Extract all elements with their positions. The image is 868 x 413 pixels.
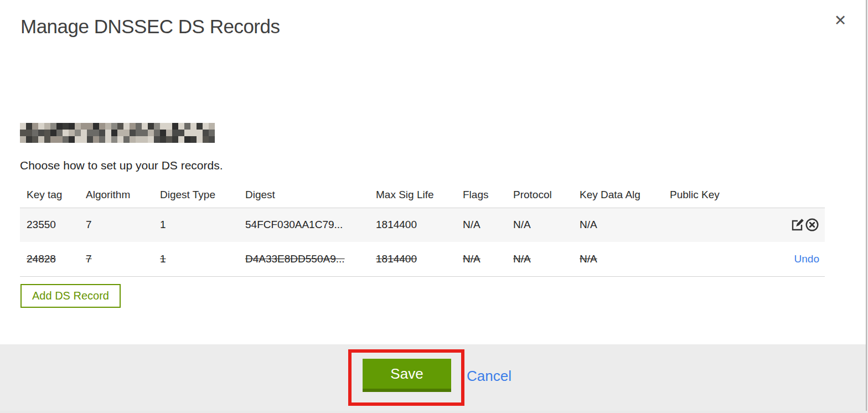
- cancel-link[interactable]: Cancel: [467, 368, 512, 385]
- col-header-max-sig-life: Max Sig Life: [376, 183, 463, 208]
- redacted-pixel: [38, 130, 44, 136]
- col-header-algorithm: Algorithm: [86, 183, 160, 208]
- cell-flags: N/A: [463, 253, 480, 265]
- ds-records-table: Key tag Algorithm Digest Type Digest Max…: [20, 183, 825, 277]
- redacted-pixel: [38, 136, 44, 143]
- col-header-protocol: Protocol: [513, 183, 580, 208]
- redacted-pixel: [111, 123, 117, 130]
- redacted-pixel: [26, 130, 32, 136]
- redacted-pixel: [75, 123, 81, 130]
- dialog-title: Manage DNSSEC DS Records: [20, 16, 280, 38]
- table-header-row: Key tag Algorithm Digest Type Digest Max…: [20, 183, 825, 208]
- redacted-pixel: [56, 130, 63, 136]
- redacted-pixel: [166, 130, 172, 136]
- redacted-pixel: [154, 123, 160, 130]
- redacted-pixel: [166, 136, 172, 143]
- redacted-pixel: [87, 136, 93, 143]
- col-header-actions: [757, 183, 825, 208]
- redacted-pixel: [50, 123, 56, 130]
- redacted-pixel: [203, 130, 209, 136]
- redacted-pixel: [178, 136, 184, 143]
- redacted-pixel: [148, 123, 154, 130]
- cell-protocol: N/A: [513, 219, 531, 230]
- redacted-pixel: [87, 123, 93, 130]
- redacted-pixel: [154, 136, 160, 143]
- redacted-pixel: [197, 136, 203, 143]
- add-ds-record-button[interactable]: Add DS Record: [20, 284, 121, 308]
- redacted-pixel: [178, 130, 184, 136]
- cell-max-sig-life: 1814400: [376, 253, 417, 265]
- col-header-digest-type: Digest Type: [160, 183, 245, 208]
- redacted-pixel: [105, 123, 111, 130]
- redacted-pixel: [203, 123, 209, 130]
- redacted-pixel: [69, 123, 75, 130]
- redacted-pixel: [209, 123, 215, 130]
- redacted-pixel: [154, 130, 160, 136]
- redacted-pixel: [142, 130, 148, 136]
- table-row: 23550 7 1 54FCF030AA1C79... 1814400 N/A …: [20, 208, 825, 242]
- redacted-pixel: [69, 130, 75, 136]
- undo-link[interactable]: Undo: [794, 253, 819, 265]
- redacted-pixel: [123, 123, 130, 130]
- redacted-pixel: [209, 136, 215, 143]
- redacted-pixel: [172, 136, 178, 143]
- redacted-pixel: [93, 130, 99, 136]
- col-header-digest: Digest: [245, 183, 376, 208]
- redacted-pixel: [50, 136, 56, 143]
- redacted-pixel: [63, 123, 69, 130]
- redacted-pixel: [184, 136, 190, 143]
- cell-key-tag: 23550: [27, 219, 56, 230]
- redacted-pixel: [117, 123, 123, 130]
- instruction-text: Choose how to set up your DS records.: [20, 159, 223, 172]
- redacted-pixel: [69, 136, 75, 143]
- redacted-pixel: [56, 136, 63, 143]
- redacted-pixel: [197, 123, 203, 130]
- redacted-pixel: [123, 136, 130, 143]
- redacted-pixel: [81, 130, 87, 136]
- redacted-pixel: [117, 130, 123, 136]
- save-button[interactable]: Save: [363, 359, 451, 392]
- close-icon[interactable]: ✕: [831, 11, 850, 30]
- cell-digest: 54FCF030AA1C79...: [245, 219, 343, 230]
- redacted-pixel: [123, 130, 130, 136]
- cell-digest-type: 1: [160, 219, 166, 230]
- cell-protocol: N/A: [513, 253, 531, 265]
- redacted-pixel: [117, 136, 123, 143]
- redacted-pixel: [172, 130, 178, 136]
- cell-key-tag: 24828: [27, 253, 56, 265]
- redacted-pixel: [20, 130, 26, 136]
- redacted-pixel: [99, 136, 105, 143]
- cell-key-data-alg: N/A: [580, 253, 597, 265]
- redacted-pixel: [44, 123, 50, 130]
- redacted-pixel: [38, 123, 44, 130]
- redacted-pixel: [50, 130, 56, 136]
- col-header-flags: Flags: [463, 183, 513, 208]
- edit-icon[interactable]: [790, 218, 805, 232]
- dialog-footer: Save Cancel: [0, 344, 866, 411]
- redacted-pixel: [136, 136, 142, 143]
- col-header-public-key: Public Key: [670, 183, 757, 208]
- redacted-pixel: [130, 130, 136, 136]
- redacted-pixel: [63, 136, 69, 143]
- redacted-pixel: [184, 130, 190, 136]
- redacted-pixel: [44, 130, 50, 136]
- redacted-pixel: [81, 136, 87, 143]
- redacted-pixel: [111, 130, 117, 136]
- redacted-pixel: [111, 136, 117, 143]
- col-header-key-data-alg: Key Data Alg: [580, 183, 670, 208]
- redacted-pixel: [136, 123, 142, 130]
- redacted-pixel: [32, 130, 38, 136]
- redacted-pixel: [203, 136, 209, 143]
- redacted-pixel: [166, 123, 172, 130]
- redacted-pixel: [142, 123, 148, 130]
- redacted-pixel: [32, 123, 38, 130]
- delete-icon[interactable]: [805, 218, 819, 232]
- redacted-pixel: [148, 136, 154, 143]
- redacted-pixel: [105, 130, 111, 136]
- cell-digest-type: 1: [160, 253, 166, 265]
- redacted-pixel: [87, 130, 93, 136]
- redacted-pixel: [160, 123, 166, 130]
- redacted-pixel: [32, 136, 38, 143]
- redacted-pixel: [26, 123, 32, 130]
- redacted-pixel: [130, 136, 136, 143]
